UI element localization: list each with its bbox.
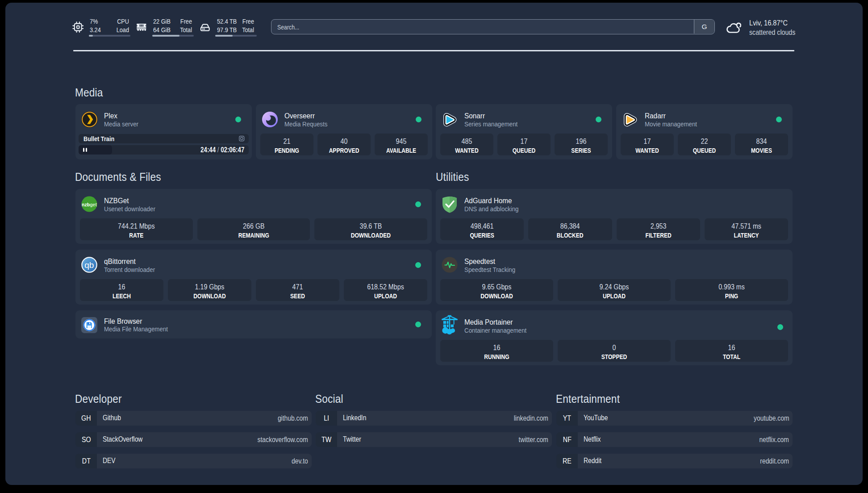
- svg-text:nzbget: nzbget: [82, 202, 97, 207]
- svg-text:qb: qb: [84, 260, 94, 270]
